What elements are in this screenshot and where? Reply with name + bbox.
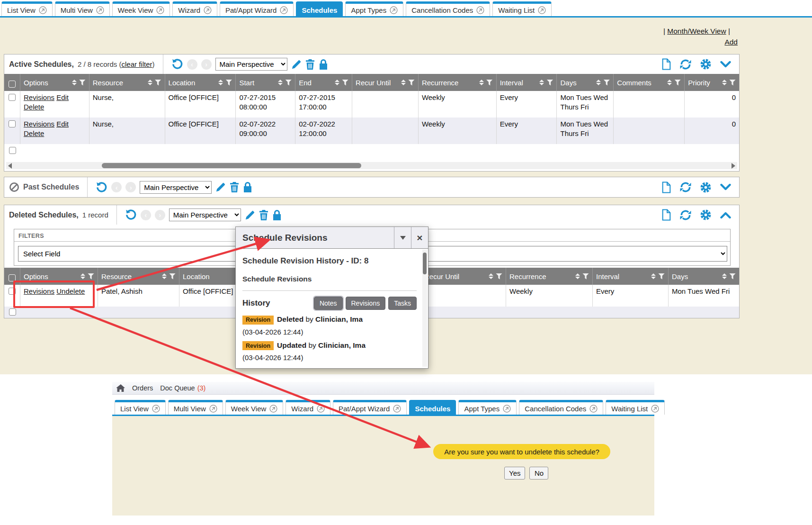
col-recurrence[interactable]: Recurrence [419,74,497,91]
revisions-link[interactable]: Revisions [24,287,54,295]
open-in-new-icon[interactable] [156,6,164,14]
popup-close-button[interactable]: × [411,227,428,248]
edit-link[interactable]: Edit [56,120,69,128]
open-in-new-icon[interactable] [651,405,659,413]
filter-funnel-icon[interactable] [582,273,589,280]
tab-week-view[interactable]: Week View [112,1,170,16]
refresh-icon[interactable] [679,209,692,221]
tab-pat-appt-wizard[interactable]: Pat/Appt Wizard [333,400,407,415]
refresh-icon[interactable] [679,58,692,71]
prev-page-button[interactable]: ‹ [141,210,151,220]
tab-week-view[interactable]: Week View [225,400,283,415]
edit-icon[interactable] [215,182,226,192]
tab-schedules[interactable]: Schedules [296,1,343,16]
col-options[interactable]: Options [20,74,89,91]
tab-schedules[interactable]: Schedules [409,400,456,415]
tab-wizard[interactable]: Wizard [172,1,217,16]
sort-icon[interactable] [489,273,493,279]
lock-icon[interactable] [319,59,328,70]
sort-icon[interactable] [162,273,167,279]
scrollbar-thumb[interactable] [102,163,361,168]
scrollbar-track[interactable] [14,163,730,168]
open-in-new-icon[interactable] [317,405,325,413]
col-recurrence[interactable]: Recurrence [506,268,593,285]
filter-funnel-icon[interactable] [729,80,736,86]
sort-icon[interactable] [479,80,484,85]
open-in-new-icon[interactable] [280,6,288,14]
sort-icon[interactable] [596,80,601,85]
revisions-button[interactable]: Revisions [346,297,386,310]
row-checkbox[interactable] [9,288,16,295]
notes-button[interactable]: Notes [314,297,343,310]
col-options[interactable]: Options [20,268,98,285]
edit-icon[interactable] [291,59,302,70]
col-interval[interactable]: Interval [593,268,669,285]
month-week-view-link[interactable]: Month/Week View [667,27,726,35]
filter-funnel-icon[interactable] [603,80,610,86]
sort-icon[interactable] [575,273,580,279]
col-interval[interactable]: Interval [497,74,557,91]
settings-gear-icon[interactable] [700,181,712,193]
col-resource[interactable]: Resource [89,74,165,91]
horizontal-scrollbar[interactable] [6,162,737,169]
col-recur-until[interactable]: Recur Until [421,268,506,285]
revisions-link[interactable]: Revisions [24,93,54,101]
export-document-icon[interactable] [661,181,671,193]
prev-page-button[interactable]: ‹ [111,182,122,192]
tab-multi-view[interactable]: Multi View [55,1,110,16]
popup-title-bar[interactable]: Schedule Revisions × [236,227,428,249]
col-resource[interactable]: Resource [98,268,179,285]
no-button[interactable]: No [529,467,548,480]
col-start[interactable]: Start [236,74,295,91]
next-page-button[interactable]: › [125,182,136,192]
sort-icon[interactable] [148,80,152,85]
open-in-new-icon[interactable] [538,6,546,14]
sort-icon[interactable] [722,273,727,279]
sort-icon[interactable] [335,80,339,85]
select-all-checkbox[interactable] [9,81,16,88]
row-checkbox[interactable] [9,147,16,154]
next-page-button[interactable]: › [201,59,212,70]
sort-icon[interactable] [651,273,656,279]
filter-funnel-icon[interactable] [225,80,232,86]
home-icon[interactable] [116,384,125,392]
filter-funnel-icon[interactable] [674,80,681,86]
sort-icon[interactable] [667,80,672,85]
lock-icon[interactable] [243,181,252,193]
scroll-left-arrow[interactable] [6,163,14,169]
export-document-icon[interactable] [661,209,671,221]
settings-gear-icon[interactable] [700,58,712,70]
filter-funnel-icon[interactable] [408,80,415,86]
col-recur-until[interactable]: Recur Until [352,74,419,91]
col-comments[interactable]: Comments [614,74,685,91]
filter-funnel-icon[interactable] [546,80,553,86]
filter-funnel-icon[interactable] [486,80,493,86]
popup-scrollbar-thumb[interactable] [423,253,427,274]
export-document-icon[interactable] [661,58,671,70]
col-priority[interactable]: Priority [685,74,739,91]
next-page-button[interactable]: › [155,210,165,220]
delete-icon[interactable] [305,59,315,70]
col-location[interactable]: Location [165,74,236,91]
sort-icon[interactable] [539,80,544,85]
filter-funnel-icon[interactable] [169,273,176,280]
add-link[interactable]: Add [724,38,738,46]
collapse-chevron-down-icon[interactable] [720,60,732,69]
prev-page-button[interactable]: ‹ [187,59,197,70]
breadcrumb-doc-queue[interactable]: Doc Queue [160,384,195,392]
sort-icon[interactable] [72,80,77,85]
sort-icon[interactable] [401,80,406,85]
collapse-chevron-up-icon[interactable] [720,210,732,220]
open-in-new-icon[interactable] [96,6,104,14]
perspective-select[interactable]: Main Perspective [169,208,241,221]
filter-funnel-icon[interactable] [342,80,348,86]
undo-icon[interactable] [125,209,137,221]
col-days[interactable]: Days [557,74,614,91]
sort-icon[interactable] [218,80,223,85]
open-in-new-icon[interactable] [589,405,598,413]
filter-funnel-icon[interactable] [155,80,161,86]
tab-list-view[interactable]: List View [115,400,166,415]
delete-link[interactable]: Delete [24,103,44,111]
refresh-icon[interactable] [679,181,692,193]
expand-chevron-down-icon[interactable] [720,182,732,192]
